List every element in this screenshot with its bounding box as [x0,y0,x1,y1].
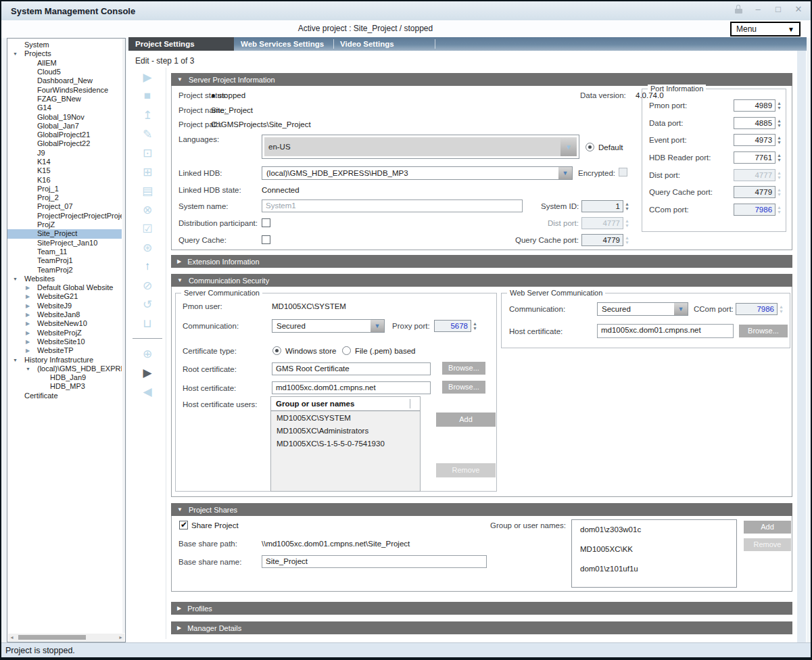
query-cache-port-spinner[interactable]: 4779 [581,234,623,246]
tree-item-proj-1[interactable]: Proj_1 [7,185,122,193]
web-ccom-port-spinner[interactable]: 7986 [736,303,778,315]
system-name-input[interactable]: System1 [262,199,523,212]
file-pem-radio[interactable] [342,346,351,355]
spin-down-icon[interactable]: ▼ [777,158,782,162]
spin-up-icon[interactable]: ▲ [777,118,782,123]
user-list-item[interactable]: MD1005XC\Administrators [271,424,420,437]
tree-expander-icon[interactable]: ▶ [26,337,37,346]
tree-item-g14[interactable]: G14 [7,103,122,112]
tree-item-cloud5[interactable]: Cloud5 [7,68,122,76]
tree-expander-icon[interactable]: ▶ [26,310,37,319]
port-value-spinner[interactable]: 4885 [734,117,775,129]
scroll-thumb[interactable] [18,635,86,640]
user-list-item[interactable]: MD1005XC\S-1-5-5-0-7541930 [271,437,420,450]
spin-buttons[interactable]: ▲▼ [777,135,782,145]
share-project-checkbox[interactable] [179,521,188,529]
scroll-left-icon[interactable]: ◂ [8,634,16,640]
tree-item-projectprojectprojectproje[interactable]: ProjectProjectProjectProje [7,212,122,220]
spin-down-icon[interactable]: ▼ [777,123,782,128]
tree-item-history-infrastructure[interactable]: ▼History Infrastructure [7,355,122,364]
spin-up-icon[interactable]: ▲ [777,153,782,158]
tree-item-siteproject-jan10[interactable]: SiteProject_Jan10 [7,239,122,248]
host-certificate-input[interactable]: md1005xc.dom01.cmpns.net [272,381,431,394]
close-button[interactable]: ✕ [793,4,804,14]
root-certificate-browse-button[interactable]: Browse... [442,362,485,375]
upgrade-project-icon[interactable]: ↑ [128,257,166,276]
tree-item-hdb-mp3[interactable]: HDB_MP3 [7,382,122,391]
tree-item-teamproj1[interactable]: TeamProj1 [7,256,122,265]
share-groups-list[interactable]: dom01\z303w01cMD1005XC\KKdom01\z101uf1u [571,519,737,588]
group-list-item[interactable]: MD1005XC\KK [572,540,736,559]
user-list-item[interactable]: MD1005XC\SYSTEM [271,411,420,424]
tree-item-fzag-bnew[interactable]: FZAG_BNew [7,95,122,103]
tree-item-j9[interactable]: J9 [7,149,122,158]
chevron-down-icon[interactable]: ▼ [371,320,384,332]
tree-expander-icon[interactable]: ▶ [26,292,37,301]
tree-item-site-project[interactable]: Site_Project [7,229,122,238]
section-header-communication-security[interactable]: ▼ Communication Security [171,274,792,287]
web-host-certificate-browse-button[interactable]: Browse... [739,325,788,337]
next-step-icon[interactable]: ▶ [128,363,166,382]
tree-item-local-gms-hdb-express[interactable]: ▼(local)\GMS_HDB_EXPRESS [7,364,122,373]
linked-hdb-combobox[interactable]: (local)\GMS_HDB_EXPRESS\HDB_MP3 ▼ [262,166,573,180]
tree-item-k16[interactable]: K16 [7,175,122,184]
host-certificate-browse-button[interactable]: Browse... [442,381,485,394]
tree-item-project-07[interactable]: Project_07 [7,202,122,211]
tree-item-k14[interactable]: K14 [7,158,122,166]
system-id-spinner[interactable]: 1 [581,200,623,212]
spin-up-icon[interactable]: ▲ [777,135,782,140]
web-host-certificate-input[interactable]: md1005xc.dom01.cmpns.net [597,324,734,338]
base-share-name-input[interactable]: Site_Project [262,555,487,568]
proxy-port-spin-buttons[interactable]: ▲▼ [473,320,477,332]
tree-expander-icon[interactable]: ▼ [13,49,24,58]
spin-down-icon[interactable]: ▼ [777,140,782,145]
tree-item-proj-2[interactable]: Proj_2 [7,193,122,202]
tab-web-services-settings[interactable]: Web Services Settings [234,37,333,51]
host-certificate-users-list[interactable]: Group or user names MD1005XC\SYSTEMMD100… [270,396,421,492]
tree-item-dashboard-new[interactable]: Dashboard_New [7,76,122,85]
tree-vertical-scrollbar[interactable] [122,39,125,633]
section-header-manager-details[interactable]: ▶ Manager Details [171,621,792,634]
tree-item-global-jan7[interactable]: Global_Jan7 [7,122,122,131]
scroll-right-icon[interactable]: ▸ [117,634,124,640]
chevron-down-icon[interactable]: ▼ [558,167,572,179]
tree-item-projz[interactable]: ProjZ [7,220,122,229]
tree-expander-icon[interactable]: ▶ [26,346,37,355]
web-communication-combobox[interactable]: Secured ▼ [597,302,688,316]
spin-buttons[interactable]: ▲▼ [777,153,782,162]
tab-video-settings[interactable]: Video Settings [333,37,435,51]
tree-horizontal-scrollbar[interactable]: ◂ ▸ [8,634,124,641]
menu-dropdown[interactable]: Menu ▼ [730,22,801,37]
group-list-item[interactable]: dom01\z101uf1u [572,559,736,579]
section-header-project-shares[interactable]: ▼ Project Shares [171,503,792,516]
maximize-button[interactable]: □ [773,4,784,14]
spin-up-icon[interactable]: ▲ [777,101,782,105]
tree-item-websiteprojz[interactable]: ▶WebsiteProjZ [7,329,122,337]
chevron-down-icon[interactable]: ▼ [560,137,577,156]
tree-item-global-19nov[interactable]: Global_19Nov [7,112,122,121]
tree-item-certificate[interactable]: Certificate [7,392,122,400]
languages-combobox[interactable]: en-US ▼ [262,135,579,159]
section-header-extension-information[interactable]: ▶ Extension Information [171,255,792,268]
group-list-item[interactable]: dom01\z303w01c [572,520,736,540]
tree-expander-icon[interactable]: ▶ [26,329,37,337]
minimize-button[interactable]: – [753,4,763,14]
port-value-spinner[interactable]: 4989 [734,99,775,112]
tree-expander-icon[interactable]: ▶ [26,319,37,328]
users-add-button[interactable]: Add [436,412,496,427]
query-cache-checkbox[interactable] [262,235,270,244]
tree-item-system[interactable]: System [7,41,122,49]
distribution-participant-checkbox[interactable] [262,218,270,227]
tree-item-fourwindsresidence[interactable]: FourWindsResidence [7,85,122,94]
tree-item-globalproject22[interactable]: GlobalProject22 [7,139,122,148]
tree-item-globalproject21[interactable]: GlobalProject21 [7,131,122,139]
share-add-button[interactable]: Add [744,521,791,534]
spin-buttons[interactable]: ▲▼ [777,101,782,110]
content-vertical-scrollbar[interactable] [797,51,806,642]
tree-expander-icon[interactable]: ▼ [13,356,24,364]
tree-item-websitenew10[interactable]: ▶WebsiteNew10 [7,319,122,328]
tree-item-websiteg21[interactable]: ▶WebsiteG21 [7,292,122,301]
communication-combobox[interactable]: Secured ▼ [272,319,385,333]
windows-store-radio[interactable] [272,346,281,355]
tree-item-default-global-website[interactable]: ▶Default Global Website [7,283,122,292]
